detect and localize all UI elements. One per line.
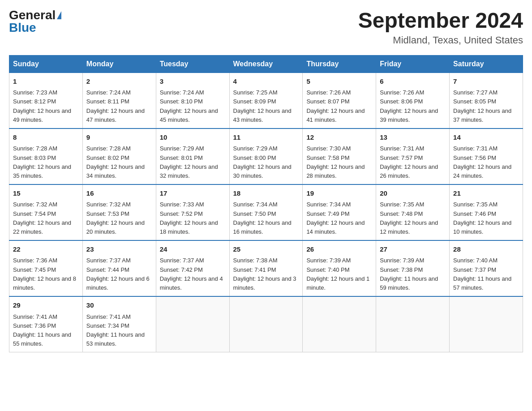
day-info: Sunrise: 7:36 AMSunset: 7:45 PMDaylight:… xyxy=(13,256,79,292)
day-info: Sunrise: 7:32 AMSunset: 7:54 PMDaylight:… xyxy=(13,200,79,236)
day-number: 22 xyxy=(13,244,79,255)
day-info: Sunrise: 7:37 AMSunset: 7:44 PMDaylight:… xyxy=(86,256,152,292)
day-info: Sunrise: 7:26 AMSunset: 8:07 PMDaylight:… xyxy=(306,88,372,124)
calendar-cell: 2Sunrise: 7:24 AMSunset: 8:11 PMDaylight… xyxy=(82,73,156,128)
calendar-cell: 20Sunrise: 7:35 AMSunset: 7:48 PMDayligh… xyxy=(376,184,450,240)
logo-triangle-icon xyxy=(57,11,61,19)
calendar-cell xyxy=(376,296,450,352)
calendar-cell xyxy=(156,296,229,352)
calendar-header-row: SundayMondayTuesdayWednesdayThursdayFrid… xyxy=(9,55,523,73)
calendar-cell: 21Sunrise: 7:35 AMSunset: 7:46 PMDayligh… xyxy=(450,184,523,240)
day-number: 29 xyxy=(13,300,79,311)
day-number: 23 xyxy=(86,244,152,255)
day-number: 15 xyxy=(13,188,79,199)
calendar-table: SundayMondayTuesdayWednesdayThursdayFrid… xyxy=(9,55,523,352)
day-number: 2 xyxy=(86,77,152,87)
calendar-cell: 10Sunrise: 7:29 AMSunset: 8:01 PMDayligh… xyxy=(156,128,229,184)
calendar-cell: 22Sunrise: 7:36 AMSunset: 7:45 PMDayligh… xyxy=(9,240,83,296)
calendar-cell: 28Sunrise: 7:40 AMSunset: 7:37 PMDayligh… xyxy=(450,240,523,296)
calendar-cell: 27Sunrise: 7:39 AMSunset: 7:38 PMDayligh… xyxy=(376,240,450,296)
calendar-cell: 7Sunrise: 7:27 AMSunset: 8:05 PMDaylight… xyxy=(450,73,523,128)
weekday-header-thursday: Thursday xyxy=(303,55,376,73)
weekday-header-monday: Monday xyxy=(82,55,156,73)
day-number: 10 xyxy=(160,133,226,143)
day-number: 8 xyxy=(13,133,79,143)
day-number: 3 xyxy=(160,77,226,87)
day-info: Sunrise: 7:28 AMSunset: 8:02 PMDaylight:… xyxy=(86,144,152,180)
day-number: 21 xyxy=(453,188,519,199)
day-info: Sunrise: 7:24 AMSunset: 8:11 PMDaylight:… xyxy=(86,88,152,124)
day-info: Sunrise: 7:38 AMSunset: 7:41 PMDaylight:… xyxy=(233,256,299,292)
day-info: Sunrise: 7:31 AMSunset: 7:57 PMDaylight:… xyxy=(380,144,446,180)
calendar-cell: 23Sunrise: 7:37 AMSunset: 7:44 PMDayligh… xyxy=(82,240,156,296)
day-number: 5 xyxy=(306,77,372,87)
title-block: September 2024 Midland, Texas, United St… xyxy=(358,9,523,46)
day-number: 16 xyxy=(86,188,152,199)
day-info: Sunrise: 7:41 AMSunset: 7:34 PMDaylight:… xyxy=(86,313,152,349)
calendar-cell: 14Sunrise: 7:31 AMSunset: 7:56 PMDayligh… xyxy=(450,128,523,184)
page-header: General Blue September 2024 Midland, Tex… xyxy=(9,9,523,46)
day-number: 30 xyxy=(86,300,152,311)
day-number: 13 xyxy=(380,133,446,143)
day-info: Sunrise: 7:35 AMSunset: 7:48 PMDaylight:… xyxy=(380,200,446,236)
calendar-week-2: 8Sunrise: 7:28 AMSunset: 8:03 PMDaylight… xyxy=(9,128,523,184)
logo: General Blue xyxy=(9,9,61,34)
day-info: Sunrise: 7:29 AMSunset: 8:01 PMDaylight:… xyxy=(160,144,226,180)
logo-general-text: General xyxy=(9,9,56,21)
weekday-header-friday: Friday xyxy=(376,55,450,73)
day-number: 6 xyxy=(380,77,446,87)
calendar-cell: 8Sunrise: 7:28 AMSunset: 8:03 PMDaylight… xyxy=(9,128,83,184)
weekday-header-wednesday: Wednesday xyxy=(229,55,303,73)
calendar-cell: 11Sunrise: 7:29 AMSunset: 8:00 PMDayligh… xyxy=(229,128,303,184)
day-info: Sunrise: 7:39 AMSunset: 7:38 PMDaylight:… xyxy=(380,256,446,292)
day-info: Sunrise: 7:40 AMSunset: 7:37 PMDaylight:… xyxy=(453,256,519,292)
day-info: Sunrise: 7:23 AMSunset: 8:12 PMDaylight:… xyxy=(13,88,79,124)
day-number: 26 xyxy=(306,244,372,255)
day-number: 18 xyxy=(233,188,299,199)
calendar-cell: 25Sunrise: 7:38 AMSunset: 7:41 PMDayligh… xyxy=(229,240,303,296)
calendar-cell: 18Sunrise: 7:34 AMSunset: 7:50 PMDayligh… xyxy=(229,184,303,240)
calendar-cell: 16Sunrise: 7:32 AMSunset: 7:53 PMDayligh… xyxy=(82,184,156,240)
calendar-subtitle: Midland, Texas, United States xyxy=(358,34,523,46)
day-info: Sunrise: 7:27 AMSunset: 8:05 PMDaylight:… xyxy=(453,88,519,124)
day-info: Sunrise: 7:28 AMSunset: 8:03 PMDaylight:… xyxy=(13,144,79,180)
day-info: Sunrise: 7:25 AMSunset: 8:09 PMDaylight:… xyxy=(233,88,299,124)
day-info: Sunrise: 7:29 AMSunset: 8:00 PMDaylight:… xyxy=(233,144,299,180)
day-number: 20 xyxy=(380,188,446,199)
day-info: Sunrise: 7:32 AMSunset: 7:53 PMDaylight:… xyxy=(86,200,152,236)
calendar-cell: 12Sunrise: 7:30 AMSunset: 7:58 PMDayligh… xyxy=(303,128,376,184)
day-number: 14 xyxy=(453,133,519,143)
day-info: Sunrise: 7:30 AMSunset: 7:58 PMDaylight:… xyxy=(306,144,372,180)
day-info: Sunrise: 7:26 AMSunset: 8:06 PMDaylight:… xyxy=(380,88,446,124)
calendar-cell: 19Sunrise: 7:34 AMSunset: 7:49 PMDayligh… xyxy=(303,184,376,240)
day-number: 4 xyxy=(233,77,299,87)
calendar-cell: 5Sunrise: 7:26 AMSunset: 8:07 PMDaylight… xyxy=(303,73,376,128)
day-number: 12 xyxy=(306,133,372,143)
calendar-body: 1Sunrise: 7:23 AMSunset: 8:12 PMDaylight… xyxy=(9,73,523,352)
day-number: 27 xyxy=(380,244,446,255)
calendar-week-3: 15Sunrise: 7:32 AMSunset: 7:54 PMDayligh… xyxy=(9,184,523,240)
day-info: Sunrise: 7:41 AMSunset: 7:36 PMDaylight:… xyxy=(13,313,79,349)
day-info: Sunrise: 7:34 AMSunset: 7:49 PMDaylight:… xyxy=(306,200,372,236)
calendar-cell: 15Sunrise: 7:32 AMSunset: 7:54 PMDayligh… xyxy=(9,184,83,240)
day-info: Sunrise: 7:34 AMSunset: 7:50 PMDaylight:… xyxy=(233,200,299,236)
day-number: 9 xyxy=(86,133,152,143)
calendar-cell: 26Sunrise: 7:39 AMSunset: 7:40 PMDayligh… xyxy=(303,240,376,296)
weekday-header-saturday: Saturday xyxy=(450,55,523,73)
day-number: 25 xyxy=(233,244,299,255)
calendar-cell: 17Sunrise: 7:33 AMSunset: 7:52 PMDayligh… xyxy=(156,184,229,240)
calendar-cell: 1Sunrise: 7:23 AMSunset: 8:12 PMDaylight… xyxy=(9,73,83,128)
day-number: 7 xyxy=(453,77,519,87)
day-number: 1 xyxy=(13,77,79,87)
calendar-cell: 13Sunrise: 7:31 AMSunset: 7:57 PMDayligh… xyxy=(376,128,450,184)
calendar-cell xyxy=(303,296,376,352)
calendar-cell xyxy=(229,296,303,352)
day-info: Sunrise: 7:31 AMSunset: 7:56 PMDaylight:… xyxy=(453,144,519,180)
calendar-title: September 2024 xyxy=(358,9,523,33)
calendar-cell: 6Sunrise: 7:26 AMSunset: 8:06 PMDaylight… xyxy=(376,73,450,128)
day-info: Sunrise: 7:35 AMSunset: 7:46 PMDaylight:… xyxy=(453,200,519,236)
logo-blue-text: Blue xyxy=(9,21,36,34)
weekday-header-sunday: Sunday xyxy=(9,55,83,73)
day-number: 11 xyxy=(233,133,299,143)
weekday-header-tuesday: Tuesday xyxy=(156,55,229,73)
